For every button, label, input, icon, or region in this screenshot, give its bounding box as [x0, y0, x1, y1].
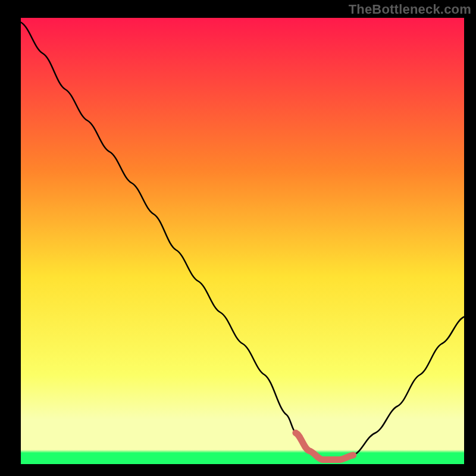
chart-frame: TheBottleneck.com: [0, 0, 476, 476]
plot-background: [21, 18, 464, 464]
bottleneck-chart: [0, 0, 476, 476]
watermark-text: TheBottleneck.com: [349, 2, 471, 17]
